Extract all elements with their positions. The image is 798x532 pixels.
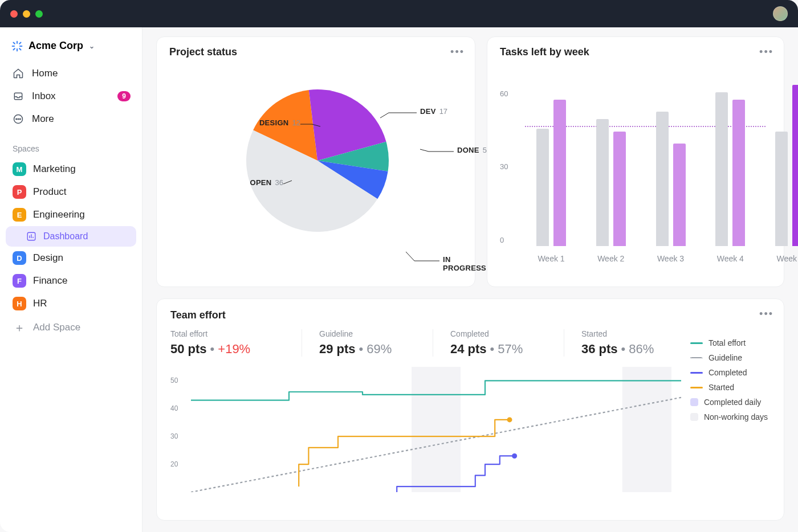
svg-line-6 [14,48,15,50]
team-effort-stats: Total effort 50 pts•+19%Guideline 29 pts… [170,329,770,357]
bar [673,144,686,246]
nav-inbox[interactable]: Inbox 9 [6,85,136,108]
nav-more-label: More [32,113,54,125]
space-avatar: E [13,208,26,222]
window-titlebar [0,0,798,27]
sidebar-space-hr[interactable]: H HR [6,292,136,315]
sidebar-space-finance[interactable]: F Finance [6,269,136,292]
space-label: Finance [33,275,67,287]
workspace-logo-icon [11,40,23,52]
bar-chart: 03060 Week 1Week 2Week 3Week 4Week 5 [500,69,771,263]
window-controls [10,10,43,18]
card-menu-button[interactable]: ••• [759,46,773,58]
sidebar-space-design[interactable]: D Design [6,247,136,269]
inbox-badge: 9 [117,91,131,101]
svg-point-9 [16,118,17,120]
nav-home-label: Home [32,68,58,79]
bar [656,112,669,246]
pie-chart: DESIGN12DEV17DONE5IN PROGRESS5OPEN36 [169,64,462,263]
y-tick: 50 [170,377,178,384]
home-icon [13,68,24,79]
card-tasks-left: Tasks left by week ••• 03060 Week 1Week … [487,36,784,287]
y-tick: 20 [170,460,178,468]
nav-inbox-label: Inbox [32,91,56,102]
svg-rect-13 [412,367,461,492]
space-label: Engineering [33,209,85,220]
sidebar-space-marketing[interactable]: M Marketing [6,158,136,181]
add-space-button[interactable]: ＋ Add Space [6,315,136,340]
x-label: Week 2 [588,254,634,263]
window-close-icon[interactable] [10,10,18,18]
stat-label: Total effort [170,329,284,338]
svg-line-3 [19,48,21,50]
legend-guideline: Guideline [690,350,768,365]
window-zoom-icon[interactable] [35,10,43,18]
svg-point-16 [512,453,517,459]
bar-group [715,92,750,246]
dashboard-label: Dashboard [43,231,88,242]
chevron-down-icon: ⌄ [89,42,95,50]
y-tick: 0 [500,236,504,244]
space-avatar: H [13,297,26,310]
stat-value: 50 pts•+19% [170,342,284,357]
sidebar-space-product[interactable]: P Product [6,181,136,203]
user-avatar[interactable] [773,6,788,21]
sidebar-space-engineering[interactable]: E Engineering [6,203,136,226]
legend-total-effort: Total effort [690,335,768,350]
space-label: Marketing [33,163,76,175]
dashboard-icon [26,231,36,242]
card-team-effort: Team effort ••• Total effort 50 pts•+19%… [156,298,784,521]
pie-label-design: DESIGN12 [249,118,300,127]
nav-more[interactable]: More [6,108,136,130]
bar-group [536,100,571,246]
stat-value: 29 pts•69% [319,342,416,357]
space-label: Design [33,252,63,264]
bar [715,92,728,246]
inbox-icon [13,91,24,102]
card-title: Team effort [170,309,770,321]
card-title: Project status [169,46,462,58]
stat-value: 36 pts•86% [581,342,678,357]
stat-label: Completed [450,329,547,338]
bar [775,132,788,246]
y-tick: 30 [170,432,178,440]
add-space-label: Add Space [33,322,80,333]
stat-guideline: Guideline 29 pts•69% [302,329,433,357]
svg-point-11 [20,118,21,120]
pie-label-dev: DEV17 [420,107,447,116]
sidebar-dashboard[interactable]: Dashboard [6,226,136,247]
x-label: Week 5 [767,254,798,263]
card-menu-button[interactable]: ••• [759,308,773,320]
x-label: Week 3 [648,254,694,263]
pie-label-in-progress: IN PROGRESS5 [443,255,494,272]
sidebar: Acme Corp ⌄ Home Inbox 9 More Spaces M M… [0,27,142,532]
bar [792,85,798,246]
pie-label-done: DONE5 [457,146,487,154]
stat-label: Started [581,329,678,338]
space-avatar: M [13,162,26,176]
bar-group [596,119,630,246]
stat-completed: Completed 24 pts•57% [433,329,564,357]
nav-home[interactable]: Home [6,62,136,85]
bar [613,132,626,246]
svg-rect-14 [622,367,671,492]
stat-value: 24 pts•57% [450,342,547,357]
bar [596,119,609,246]
bar-group [775,85,798,246]
sidebar-section-spaces: Spaces [6,130,136,158]
bar [536,129,549,246]
space-label: Product [33,186,67,198]
more-icon [13,113,24,125]
window-minimize-icon[interactable] [23,10,30,18]
workspace-switcher[interactable]: Acme Corp ⌄ [6,35,136,56]
space-avatar: P [13,185,26,199]
svg-line-7 [19,42,21,43]
stat-label: Guideline [319,329,416,338]
space-avatar: D [13,251,26,265]
card-menu-button[interactable]: ••• [450,46,465,58]
x-label: Week 1 [528,254,574,263]
card-project-status: Project status ••• DESIGN12DEV17DONE5IN … [156,36,475,287]
card-title: Tasks left by week [500,46,771,58]
stat-started: Started 36 pts•86% [564,329,695,357]
y-tick: 60 [500,89,508,98]
